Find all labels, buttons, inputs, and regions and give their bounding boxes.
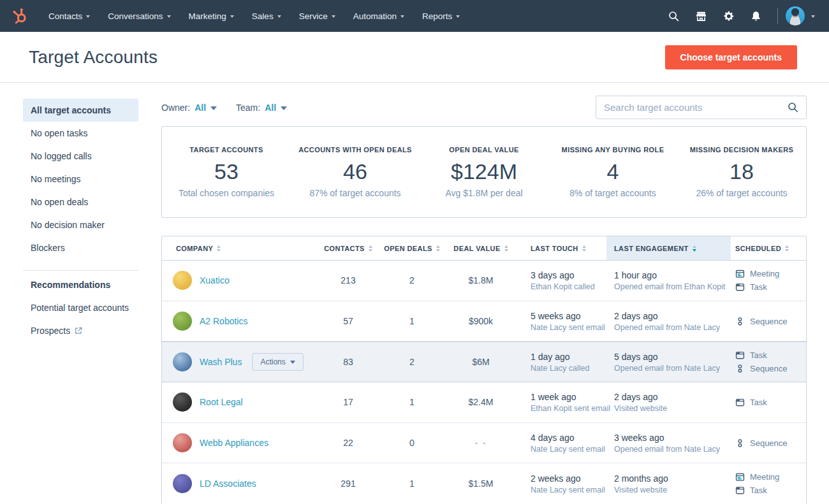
column-header-scheduled[interactable]: SCHEDULED: [731, 236, 806, 260]
nav-item-label: Automation: [353, 11, 397, 21]
nav-item-label: Conversations: [108, 11, 163, 21]
sidebar-item-no-open-tasks[interactable]: No open tasks: [23, 122, 138, 145]
column-header-last-touch[interactable]: LAST TOUCH: [515, 236, 606, 260]
sort-icon[interactable]: [693, 245, 696, 252]
last-touch-time: 2 weeks ago: [531, 473, 606, 484]
task-icon: [735, 282, 745, 292]
contacts-cell: 57: [319, 316, 377, 326]
sort-icon[interactable]: [785, 245, 789, 252]
sort-icon[interactable]: [582, 245, 586, 252]
sidebar-item-no-logged-calls[interactable]: No logged calls: [23, 145, 138, 168]
stat-value: 53: [162, 161, 291, 184]
top-nav: ContactsConversationsMarketingSalesServi…: [0, 0, 829, 32]
actions-button[interactable]: Actions: [252, 353, 303, 371]
last-engagement-detail: Visited website: [614, 486, 731, 494]
nav-item-service[interactable]: Service: [290, 0, 344, 32]
page-title: Target Accounts: [29, 47, 158, 68]
company-link[interactable]: Wash Plus: [200, 357, 242, 367]
sidebar-item-prospects[interactable]: Prospects: [23, 319, 138, 342]
team-filter-dropdown[interactable]: Team: All: [236, 103, 287, 113]
company-logo: [173, 474, 192, 493]
nav-item-reports[interactable]: Reports: [413, 0, 469, 32]
deal-value-cell: $900k: [447, 316, 515, 326]
last-engagement-detail: Opened email from Ethan Kopit: [614, 282, 731, 291]
company-cell: Root Legal: [162, 392, 319, 412]
last-engagement-detail: Visited website: [614, 404, 731, 413]
scheduled-cell: TaskSequence: [731, 350, 806, 373]
stat-value: 46: [291, 161, 420, 184]
last-engagement-time: 2 days ago: [614, 311, 731, 321]
sort-icon[interactable]: [504, 245, 508, 252]
account-menu-caret-icon[interactable]: [811, 15, 815, 18]
stat-missing-decision-makers: MISSING DECISION MAKERS1826% of target a…: [677, 146, 806, 198]
column-header-open-deals[interactable]: OPEN DEALS: [377, 236, 447, 260]
deal-value-cell: $6M: [447, 357, 515, 367]
company-link[interactable]: Xuatico: [200, 275, 230, 285]
stat-sub: 26% of target accounts: [677, 188, 806, 198]
chevron-down-icon: [210, 106, 217, 110]
sidebar-item-no-meetings[interactable]: No meetings: [23, 168, 138, 191]
marketplace-icon[interactable]: [687, 11, 715, 22]
notifications-icon[interactable]: [742, 11, 770, 22]
sidebar-item-all-target-accounts[interactable]: All target accounts: [23, 99, 138, 122]
hubspot-logo-icon[interactable]: [0, 8, 40, 25]
sort-icon[interactable]: [436, 245, 440, 252]
column-header-label: LAST ENGAGEMENT: [614, 245, 689, 252]
last-touch-time: 4 days ago: [531, 433, 606, 443]
search-icon[interactable]: [660, 11, 687, 22]
settings-icon[interactable]: [715, 11, 742, 22]
nav-item-conversations[interactable]: Conversations: [99, 0, 179, 32]
company-cell: A2 Robotics: [162, 312, 319, 331]
team-filter-label: Team:: [236, 103, 260, 113]
scheduled-task-item: Task: [735, 350, 806, 360]
sidebar-item-no-open-deals[interactable]: No open deals: [23, 191, 138, 213]
sort-icon[interactable]: [369, 245, 372, 252]
company-link[interactable]: A2 Robotics: [200, 316, 247, 326]
nav-item-sales[interactable]: Sales: [243, 0, 290, 32]
nav-item-automation[interactable]: Automation: [344, 0, 413, 32]
owner-filter-dropdown[interactable]: Owner: All: [161, 103, 217, 113]
last-touch-detail: Nate Lacy called: [531, 364, 606, 373]
sidebar-item-blockers[interactable]: Blockers: [23, 236, 138, 259]
sidebar-item-potential-target-accounts[interactable]: Potential target accounts: [23, 296, 138, 319]
scheduled-cell: MeetingTask: [731, 269, 806, 292]
column-header-company[interactable]: COMPANY: [162, 236, 319, 260]
sort-icon[interactable]: [217, 245, 221, 252]
choose-target-accounts-button[interactable]: Choose target accounts: [665, 45, 797, 69]
company-cell: Wash PlusActions: [162, 352, 319, 371]
company-link[interactable]: Root Legal: [200, 397, 243, 407]
chevron-down-icon: [400, 15, 404, 18]
last-touch-time: 1 day ago: [531, 352, 606, 362]
chevron-down-icon: [230, 15, 234, 18]
nav-right-cluster: [660, 6, 815, 25]
stat-sub: Total chosen companies: [162, 188, 291, 198]
scheduled-cell: Sequence: [731, 317, 806, 326]
company-link[interactable]: LD Associates: [200, 479, 256, 489]
deal-value-cell: $1.5M: [447, 479, 515, 489]
actions-button-label: Actions: [260, 357, 285, 366]
column-header-last-engagement[interactable]: LAST ENGAGEMENT: [606, 236, 731, 260]
sidebar-item-no-decision-maker[interactable]: No decision maker: [23, 213, 138, 236]
user-avatar[interactable]: [786, 6, 805, 25]
search-icon[interactable]: [788, 102, 798, 113]
task-icon: [735, 398, 745, 407]
chevron-down-icon: [456, 15, 460, 18]
scheduled-task-item: Task: [735, 398, 806, 407]
task-icon: [735, 350, 745, 360]
column-header-contacts[interactable]: CONTACTS: [319, 236, 377, 260]
nav-item-contacts[interactable]: Contacts: [40, 0, 99, 32]
column-header-deal-value[interactable]: DEAL VALUE: [447, 236, 515, 260]
scheduled-task-item: Task: [735, 486, 806, 495]
table-row: A2 Robotics571$900k5 weeks agoNate Lacy …: [162, 301, 806, 342]
chevron-down-icon: [167, 15, 171, 18]
company-link[interactable]: Webb Appliances: [200, 438, 268, 448]
chevron-down-icon: [86, 15, 90, 18]
meeting-icon: [735, 472, 745, 482]
scheduled-sequence-item: Sequence: [735, 438, 806, 448]
stat-accounts-with-open-deals: ACCOUNTS WITH OPEN DEALS4687% of target …: [291, 146, 420, 198]
sidebar-item-label: Prospects: [31, 326, 70, 336]
nav-item-marketing[interactable]: Marketing: [180, 0, 243, 32]
open-deals-cell: 1: [377, 397, 447, 407]
company-logo: [173, 312, 192, 331]
search-target-accounts-input[interactable]: [604, 102, 788, 113]
